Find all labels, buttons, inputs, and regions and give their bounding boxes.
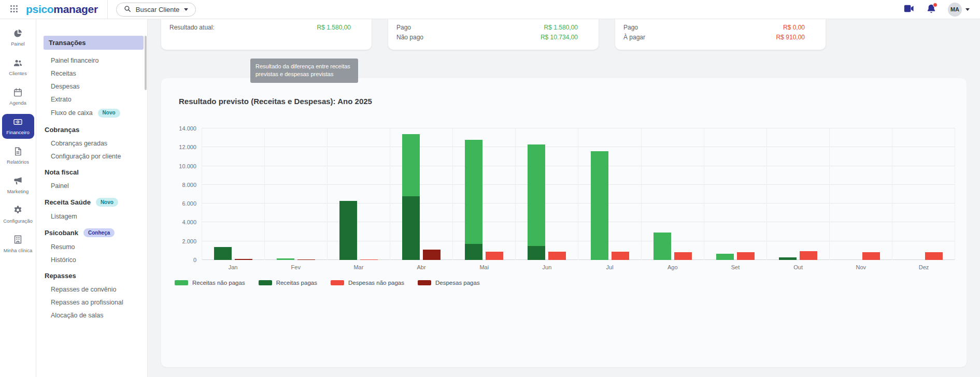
chart-month-slot <box>892 128 955 260</box>
user-menu-button[interactable]: MA <box>948 3 970 17</box>
bar-stack-despesas <box>235 128 252 260</box>
bar-segment-despesas[interactable] <box>423 250 441 260</box>
bar-segment-despesas[interactable] <box>674 252 692 260</box>
bar-segment-despesas[interactable] <box>612 252 629 260</box>
chart-month-slot <box>578 128 641 260</box>
rail-item-financeiro[interactable]: Financeiro <box>2 114 34 139</box>
summary-cards-row: Resultado atual: R$ 1.580,00 Pago R$ 1.5… <box>161 19 967 50</box>
rail-item-label: Configuração <box>3 219 33 224</box>
conheca-badge: Conheça <box>83 228 115 237</box>
bar-segment-despesas[interactable] <box>925 252 943 260</box>
search-client-dropdown[interactable]: Buscar Cliente <box>116 3 196 17</box>
rail-item-marketing[interactable]: Marketing <box>2 172 34 197</box>
chart-y-axis: 02.0004.0006.0008.00010.00012.00014.000 <box>173 128 202 260</box>
legend-item[interactable]: Receitas não pagas <box>175 280 245 286</box>
bar-segment-despesas[interactable] <box>297 259 315 260</box>
sidebar-item-painel[interactable]: Painel <box>36 179 147 192</box>
bar-segment-despesas[interactable] <box>548 252 566 260</box>
bar-segment-receitas[interactable] <box>402 134 420 196</box>
chart-month-slot <box>516 128 578 260</box>
legend-item[interactable]: Receitas pagas <box>259 280 317 286</box>
bar-stack-despesas <box>862 128 880 260</box>
bar-segment-receitas[interactable] <box>528 144 545 246</box>
card-row: Resultado atual: R$ 1.580,00 <box>169 23 351 33</box>
sidebar-item-alocacao-de-salas[interactable]: Alocação de salas <box>36 309 147 322</box>
gear-icon <box>13 205 23 216</box>
notifications-button[interactable] <box>926 4 936 16</box>
rail-item-relatorios[interactable]: Relatórios <box>2 143 34 168</box>
chart-month-slot <box>830 128 892 260</box>
bar-segment-receitas[interactable] <box>465 140 482 244</box>
sidebar-item-repasses-ao-profissional[interactable]: Repasses ao profissional <box>36 296 147 309</box>
bar-stack-despesas <box>800 128 817 260</box>
sidebar-item-configuracao-por-cliente[interactable]: Configuração por cliente <box>36 150 147 163</box>
rail-item-label: Minha clínica <box>4 248 32 253</box>
app-logo[interactable]: psicomanager <box>26 3 98 16</box>
chart-legend: Receitas não pagasReceitas pagasDespesas… <box>175 280 955 286</box>
chart-month-slot <box>328 128 390 260</box>
bar-segment-receitas[interactable] <box>528 246 545 260</box>
legend-item[interactable]: Despesas não pagas <box>331 280 404 286</box>
sidebar-item-receitas[interactable]: Receitas <box>36 67 147 80</box>
app-grid-button[interactable] <box>9 4 19 15</box>
bar-segment-despesas[interactable] <box>360 259 378 260</box>
bar-segment-receitas[interactable] <box>214 247 232 260</box>
sidebar-item-listagem[interactable]: Listagem <box>36 210 147 223</box>
sidebar-item-despesas[interactable]: Despesas <box>36 80 147 93</box>
bar-segment-receitas[interactable] <box>591 151 608 260</box>
bar-segment-receitas[interactable] <box>654 233 671 260</box>
rail-item-label: Relatórios <box>7 160 29 165</box>
rail-item-agenda[interactable]: Agenda <box>2 84 34 109</box>
bar-segment-receitas[interactable] <box>716 254 734 260</box>
x-tick-label: Mai <box>453 264 516 270</box>
bar-segment-despesas[interactable] <box>486 252 503 260</box>
rail-item-label: Clientes <box>9 71 26 76</box>
sidebar-item-extrato[interactable]: Extrato <box>36 93 147 106</box>
sidebar-section-repasses[interactable]: Repasses <box>36 266 147 283</box>
bar-segment-receitas[interactable] <box>779 257 797 260</box>
app-root: psicomanager Buscar Cliente <box>0 0 980 377</box>
card-row: À pagar R$ 910,00 <box>623 33 805 42</box>
rail-item-minha-clinica[interactable]: Minha clínica <box>2 231 34 256</box>
rail-item-clientes[interactable]: Clientes <box>2 55 34 80</box>
sidebar-section-psicobank[interactable]: Psicobank Conheça <box>36 223 147 240</box>
bar-segment-despesas[interactable] <box>235 259 252 260</box>
bar-stack-despesas <box>925 128 943 260</box>
sidebar-item-cobrancas-geradas[interactable]: Cobranças geradas <box>36 137 147 150</box>
calendar-icon <box>13 88 23 98</box>
sidebar-section-nota-fiscal[interactable]: Nota fiscal <box>36 163 147 179</box>
sidebar-section-transacoes[interactable]: Transações <box>44 36 144 50</box>
chart-month-slot <box>453 128 516 260</box>
bar-segment-despesas[interactable] <box>737 252 755 260</box>
bar-segment-receitas[interactable] <box>277 258 294 260</box>
sidebar-item-fluxo-de-caixa[interactable]: Fluxo de caixa Novo <box>36 106 147 120</box>
bar-segment-receitas[interactable] <box>465 244 482 260</box>
nav-rail: Painel Clientes Agenda Financeiro <box>0 19 36 377</box>
card-row: Pago R$ 0,00 <box>623 23 805 33</box>
bar-segment-receitas[interactable] <box>402 196 420 260</box>
legend-label: Despesas pagas <box>435 280 480 286</box>
sidebar-scrollbar[interactable] <box>145 36 147 90</box>
main-content: Resultado atual: R$ 1.580,00 Pago R$ 1.5… <box>148 19 980 377</box>
sidebar-item-historico[interactable]: Histórico <box>36 253 147 266</box>
sidebar-item-resumo[interactable]: Resumo <box>36 240 147 253</box>
building-icon <box>13 235 23 245</box>
y-tick-label: 12.000 <box>179 144 196 150</box>
chart-month-slot <box>704 128 767 260</box>
bar-segment-despesas[interactable] <box>862 252 880 260</box>
novo-badge: Novo <box>96 198 118 207</box>
sidebar-section-cobrancas[interactable]: Cobranças <box>36 120 147 137</box>
sidebar-section-receita-saude[interactable]: Receita Saúde Novo <box>36 192 147 210</box>
bar-segment-receitas[interactable] <box>339 201 357 260</box>
rail-item-painel[interactable]: Painel <box>2 25 34 50</box>
sidebar-item-painel-financeiro[interactable]: Painel financeiro <box>36 54 147 67</box>
x-tick-label: Fev <box>264 264 327 270</box>
rail-item-configuracao[interactable]: Configuração <box>2 202 34 227</box>
card-value: R$ 1.580,00 <box>544 23 578 33</box>
bar-segment-despesas[interactable] <box>800 251 817 260</box>
sidebar-item-repasses-de-convenio[interactable]: Repasses de convênio <box>36 283 147 296</box>
video-call-button[interactable] <box>903 3 915 16</box>
legend-item[interactable]: Despesas pagas <box>418 280 480 286</box>
y-tick-label: 0 <box>193 257 196 263</box>
chart-title: Resultado previsto (Receitas e Despesas)… <box>179 97 955 106</box>
